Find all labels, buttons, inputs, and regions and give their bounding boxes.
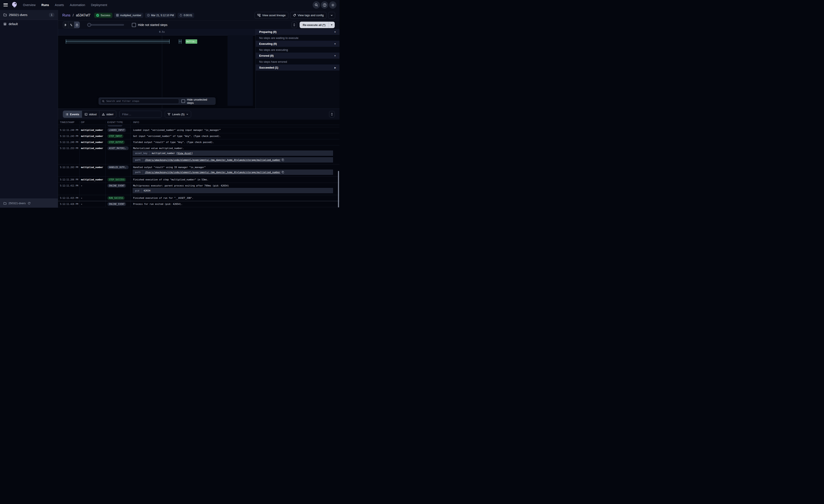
step-section-header[interactable]: Succeeded (1)▶: [256, 65, 339, 71]
gantt-waiting-bar[interactable]: [66, 39, 170, 44]
timed-view-icon[interactable]: [74, 22, 80, 28]
info-text: Handled output "result" using IO manager…: [133, 166, 337, 168]
log-scrollbar-thumb[interactable]: [338, 171, 339, 208]
log-filter-box[interactable]: [119, 111, 162, 118]
nav-item-automation[interactable]: Automation: [70, 3, 85, 7]
event-type-badge[interactable]: STEP_INPUT: [107, 134, 123, 138]
event-type-badge[interactable]: STEP_OUTPUT: [107, 140, 125, 144]
log-filter-input[interactable]: [122, 113, 161, 116]
caret-down-icon: ▼: [334, 55, 336, 57]
hamburger-menu-icon[interactable]: [3, 3, 8, 6]
event-type-badge[interactable]: STEP_SUCCESS: [107, 178, 126, 181]
asset-group-icon: [3, 22, 6, 25]
repo-count-badge: 1: [49, 13, 54, 17]
hide-unselected-checkbox[interactable]: Hide unselected steps: [182, 98, 214, 105]
step-section-header[interactable]: Executing (0)▼: [256, 41, 339, 47]
sidebar-footer[interactable]: 250321-dvers: [0, 199, 58, 208]
gantt-waiting-segment[interactable]: [179, 39, 182, 44]
refresh-icon[interactable]: [28, 202, 30, 205]
step-section-empty-message: No steps are executing: [256, 47, 339, 53]
tab-stderr[interactable]: stderr: [99, 111, 116, 118]
log-tabs: Eventsstdoutstderr: [63, 111, 116, 118]
dagster-run-page: OverviewRunsAssetsAutomationDeployment 2…: [0, 0, 339, 208]
info-cell: Materialized value multiplied_number.ass…: [130, 145, 339, 164]
tab-events[interactable]: Events: [63, 111, 82, 118]
gantt-expand-button[interactable]: [291, 22, 297, 28]
event-type-badge[interactable]: ENGINE_EVENT: [107, 184, 126, 187]
op-cell: multiplied_number: [80, 177, 106, 182]
dagster-logo[interactable]: [11, 1, 18, 9]
event-type-badge[interactable]: LOADED_INPUT: [107, 128, 126, 132]
col-info: Info: [130, 121, 339, 124]
copy-icon: [282, 158, 284, 161]
clipped-badge: [108, 125, 122, 127]
nav-item-assets[interactable]: Assets: [55, 3, 64, 7]
levels-dropdown[interactable]: Levels (5): [165, 111, 191, 118]
repo-name: 250321-dvers: [9, 13, 27, 17]
reexecute-dropdown-caret[interactable]: [329, 22, 335, 28]
gantt-zoom-slider[interactable]: [87, 23, 124, 27]
step-search-box[interactable]: [100, 99, 179, 104]
op-cell: multiplied_number: [80, 133, 106, 139]
sidebar-repo-header[interactable]: 250321-dvers 1: [0, 10, 58, 20]
search-icon[interactable]: [313, 1, 320, 9]
help-icon[interactable]: [321, 1, 328, 9]
view-asset-link[interactable]: View Asset: [178, 152, 191, 154]
log-table: Timestamp Op Event type Info 5:12:11.240…: [58, 120, 339, 197]
warning-icon: [102, 113, 105, 116]
nav-item-deployment[interactable]: Deployment: [91, 3, 107, 7]
run-tag[interactable]: 0:00:01: [178, 13, 194, 18]
flat-view-icon[interactable]: [63, 22, 69, 28]
op-cell: -: [80, 183, 106, 195]
timestamp-cell: 5:12:11.240 PM: [58, 127, 80, 133]
log-row: 5:12:11.240 PMmultiplied_numberLOADED_IN…: [58, 127, 339, 133]
reexecute-all-button[interactable]: Re-execute all (*): [300, 22, 335, 28]
log-row: 5:12:11.253 PMmultiplied_numberASSET_MAT…: [58, 145, 339, 164]
sidebar-item-default[interactable]: default: [0, 20, 58, 28]
event-type-cell: STEP_OUTPUT: [106, 139, 130, 145]
log-row: 5:12:11.426 PM-ENGINE_EVENTProcess for r…: [58, 201, 339, 207]
settings-gear-icon[interactable]: [329, 1, 336, 9]
metadata-key: pid: [133, 188, 141, 193]
metadata-value: 42654: [141, 189, 152, 192]
breadcrumb-runs-link[interactable]: Runs: [62, 13, 70, 17]
event-type-badge[interactable]: ENGINE_EVENT: [107, 202, 126, 206]
info-text: Got input "versioned_number" of type "An…: [133, 135, 337, 137]
slider-knob[interactable]: [87, 23, 91, 27]
event-type-badge[interactable]: RUN_SUCCESS: [107, 196, 125, 200]
step-search-input[interactable]: [106, 100, 177, 103]
event-type-cell: ASSET_MATERIALI…: [106, 145, 130, 164]
tab-stdout[interactable]: stdout: [82, 111, 99, 118]
footer-repo-name: 250321-dvers: [8, 202, 26, 205]
nav-item-overview[interactable]: Overview: [23, 3, 35, 7]
log-toolbar: Eventsstdoutstderr Levels (5): [58, 109, 339, 120]
step-section-header[interactable]: Preparing (0)▼: [256, 29, 339, 35]
waterfall-view-icon[interactable]: [69, 22, 74, 28]
event-type-badge[interactable]: HANDLED_OUTPUT: [107, 165, 129, 169]
path-link[interactable]: /Users/smackesey/stm/code/elementl/exper…: [145, 158, 280, 161]
gantt-section: 0.5s multiplied_number: [58, 29, 339, 109]
view-asset-lineage-button[interactable]: View asset lineage: [254, 12, 288, 19]
run-id: a5347ef7: [76, 13, 91, 17]
hide-not-started-checkbox[interactable]: Hide not started steps: [132, 23, 167, 27]
run-tag[interactable]: Mar 21, 5:12:10 PM: [145, 13, 176, 18]
gantt-step-bar[interactable]: multiplied_number: [186, 39, 197, 44]
run-tag[interactable]: multiplied_number: [114, 13, 143, 18]
path-link[interactable]: /Users/smackesey/stm/code/elementl/exper…: [145, 171, 280, 173]
copy-icon[interactable]: [282, 171, 284, 173]
nav-item-runs[interactable]: Runs: [41, 3, 49, 7]
clock-icon: [147, 14, 150, 17]
funnel-icon: [168, 113, 171, 116]
event-type-badge[interactable]: ASSET_MATERIALI…: [107, 146, 129, 150]
run-header-more-button[interactable]: [328, 12, 335, 19]
view-tags-config-button[interactable]: View tags and config: [290, 12, 326, 19]
nav-right: [313, 1, 336, 9]
copy-icon[interactable]: [282, 158, 284, 161]
step-section-header[interactable]: Errored (0)▼: [256, 53, 339, 59]
run-header: Runs / a5347ef7 Success multiplied_numbe…: [58, 10, 339, 21]
info-text: Process for run exited (pid: 42654).: [133, 203, 337, 205]
event-type-cell: ENGINE_EVENT: [106, 201, 130, 207]
search-icon: [102, 100, 105, 103]
time-marker: 0.5s: [159, 30, 165, 33]
log-expand-button[interactable]: [329, 111, 335, 117]
